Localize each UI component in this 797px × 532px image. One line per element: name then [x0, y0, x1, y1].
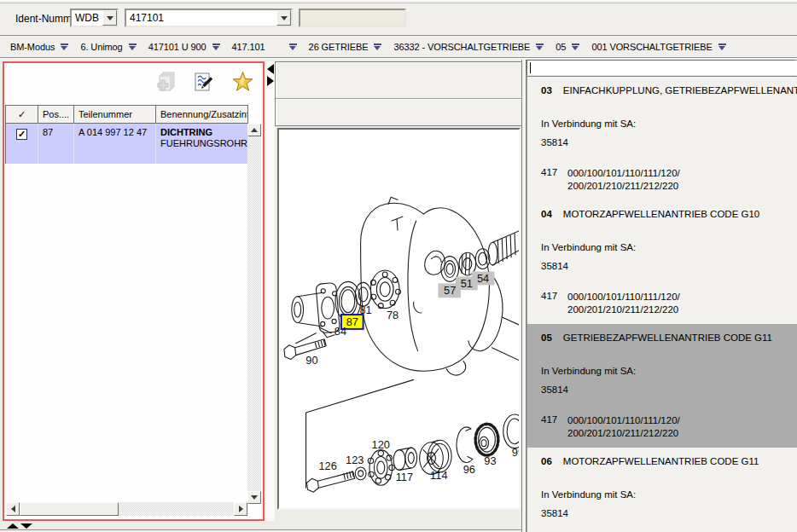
option-section-06[interactable]: 06MOTORZAPFWELLENANTRIEB CODE G11 In Ver…: [527, 448, 797, 532]
parts-toolbar: [154, 70, 254, 94]
scroll-down-button[interactable]: [247, 491, 261, 504]
expand-right-icon[interactable]: [267, 76, 274, 86]
part-label-117[interactable]: 117: [396, 471, 413, 483]
option-section-05-selected[interactable]: 05GETRIEBEZAPFWELLENANTRIEB CODE G11 In …: [527, 324, 797, 448]
column-header-name: Benennung/Zusatzinfor: [156, 106, 248, 123]
option-title: MOTORZAPFWELLENANTRIEB CODE G11: [563, 456, 759, 466]
ident-number-combobox[interactable]: 417101: [125, 9, 293, 27]
menu-item-subgroup[interactable]: 36332 - VORSCHALTGETRIEBE: [393, 42, 544, 52]
sa-value: 35814: [541, 385, 797, 395]
collapse-left-icon[interactable]: [267, 64, 274, 74]
options-list: 03EINFACHKUPPLUNG, GETRIEBEZAPFWELLENANT…: [526, 76, 797, 532]
options-filter-input[interactable]: [526, 60, 797, 76]
parts-list-panel: ✓ Pos.... Teilenummer Benennung/Zusatzin…: [3, 61, 265, 521]
sa-label: In Verbindung mit SA:: [541, 366, 797, 376]
scrollbar-thumb[interactable]: [20, 502, 119, 516]
part-label-114[interactable]: 114: [430, 469, 447, 482]
scrollbar-track[interactable]: [247, 136, 261, 491]
horizontal-scrollbar[interactable]: [6, 502, 247, 516]
parts-table-header: ✓ Pos.... Teilenummer Benennung/Zusatzin…: [5, 105, 248, 124]
scroll-down-icon: [251, 495, 258, 500]
part-label-123[interactable]: 123: [346, 454, 364, 466]
header-divider: [276, 98, 521, 99]
copy-pages-icon: [154, 70, 177, 94]
ident-number-value: 417101: [126, 10, 276, 26]
splitter-groove: [0, 529, 521, 531]
dropdown-arrow-icon: [212, 43, 220, 50]
part-label-84[interactable]: 84: [335, 325, 346, 338]
row-checkbox[interactable]: ✓: [16, 129, 27, 140]
favorite-button[interactable]: [230, 70, 254, 94]
option-section-03[interactable]: 03EINFACHKUPPLUNG, GETRIEBEZAPFWELLENANT…: [527, 77, 797, 200]
option-title: GETRIEBEZAPFWELLENANTRIEB CODE G11: [563, 332, 772, 343]
options-panel: 03EINFACHKUPPLUNG, GETRIEBEZAPFWELLENANT…: [526, 60, 797, 532]
part-label-81[interactable]: 81: [359, 304, 371, 316]
favorite-star-icon: [231, 71, 254, 94]
vertical-scrollbar[interactable]: [247, 124, 261, 504]
cell-pos: 87: [38, 124, 74, 164]
ident-number-dropdown-button[interactable]: [276, 10, 291, 26]
diagram-header-area: [275, 61, 522, 126]
table-row[interactable]: ✓ 87 A 014 997 12 47 DICHTRING FUEHRUNGS…: [5, 124, 248, 164]
ident-type-value: WDB: [72, 10, 102, 26]
menu-item-group[interactable]: 26 GETRIEBE: [309, 42, 382, 52]
sa-label: In Verbindung mit SA:: [541, 489, 797, 500]
cell-partnumber: A 014 997 12 47: [74, 124, 156, 164]
scroll-up-button[interactable]: [247, 124, 261, 136]
part-label-87-highlighted[interactable]: 87: [346, 315, 358, 328]
part-label-120[interactable]: 120: [372, 438, 390, 451]
cell-name: DICHTRING FUEHRUNGSROHR: [156, 124, 248, 164]
parts-diagram: 57 51 54 87 84 81 78 90 126 123 120 117 …: [277, 128, 521, 510]
menu-item-type[interactable]: 417.101: [232, 42, 297, 52]
panel-splitter[interactable]: [266, 61, 275, 521]
option-section-04[interactable]: 04MOTORZAPFWELLENANTRIEB CODE G10 In Ver…: [527, 200, 797, 324]
ident-extra-field[interactable]: [299, 9, 406, 27]
ident-type-dropdown-button[interactable]: [102, 10, 117, 26]
text-cursor: [530, 62, 531, 73]
ident-type-combobox[interactable]: WDB: [70, 9, 119, 27]
dropdown-arrow-icon: [572, 43, 579, 50]
dropdown-arrow-icon: [129, 43, 137, 50]
part-label-54[interactable]: 54: [477, 272, 489, 285]
scrollbar-track[interactable]: [119, 502, 234, 516]
scroll-up-icon: [251, 128, 258, 132]
column-header-pos: Pos....: [38, 106, 74, 123]
scroll-left-button[interactable]: [6, 502, 20, 516]
copy-pages-button[interactable]: [154, 70, 177, 94]
ident-bar: Ident-Nummer WDB 417101: [0, 0, 797, 35]
menu-item-model[interactable]: 417101 U 900: [148, 42, 220, 52]
sa-value: 35814: [541, 261, 797, 271]
part-label-78[interactable]: 78: [387, 309, 398, 321]
part-label-93[interactable]: 93: [484, 454, 496, 467]
chevron-down-icon: [281, 16, 288, 20]
part-label-90[interactable]: 90: [305, 353, 317, 366]
menu-item-figure[interactable]: 001 VORSCHALTGETRIEBE: [591, 42, 725, 52]
part-label-99[interactable]: 99: [512, 446, 519, 459]
menu-item-unimog[interactable]: 6. Unimog: [80, 42, 136, 52]
column-header-check: ✓: [6, 106, 38, 123]
option-code: 03: [541, 85, 552, 95]
scroll-left-icon: [11, 506, 15, 512]
part-label-57[interactable]: 57: [444, 284, 456, 297]
scroll-right-button[interactable]: [234, 502, 247, 516]
bottom-splitter-bar[interactable]: [0, 522, 521, 532]
sa-label: In Verbindung mit SA:: [541, 119, 797, 129]
part-label-96[interactable]: 96: [463, 463, 475, 476]
chevron-down-icon: [107, 16, 113, 20]
menu-item-variant[interactable]: 05: [556, 42, 579, 52]
dropdown-arrow-icon: [61, 43, 68, 50]
sa-label: In Verbindung mit SA:: [541, 242, 797, 252]
dropdown-arrow-icon: [718, 43, 726, 50]
sa-value: 35814: [541, 508, 797, 518]
notes-edit-icon: [193, 70, 215, 94]
part-label-51[interactable]: 51: [461, 277, 473, 290]
notes-edit-button[interactable]: [192, 70, 216, 94]
dropdown-arrow-icon: [536, 43, 544, 50]
column-header-partnumber: Teilenummer: [74, 106, 156, 123]
menu-item-bm-modus[interactable]: BM-Modus: [10, 42, 68, 52]
part-label-126[interactable]: 126: [318, 460, 336, 472]
expand-up-icon[interactable]: [7, 523, 19, 529]
model-codes: 417 000/100/101/110/111/120/ 200/201/210…: [541, 291, 797, 316]
collapse-down-icon[interactable]: [20, 523, 32, 529]
dropdown-arrow-icon: [374, 43, 381, 50]
